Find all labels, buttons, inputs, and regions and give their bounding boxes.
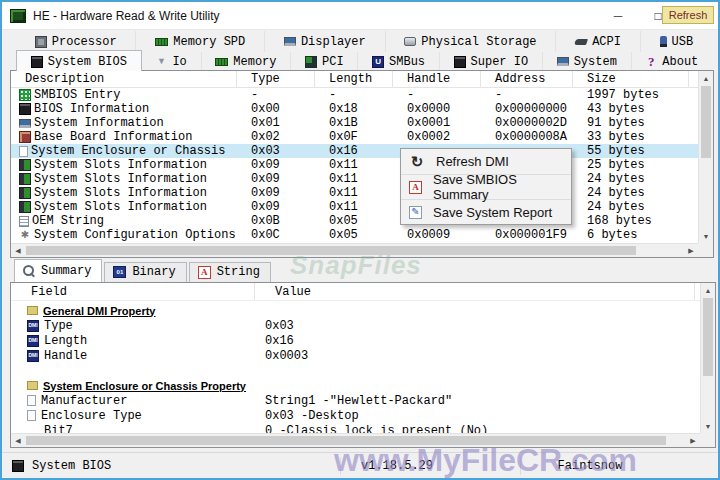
table-row[interactable]: Base Board Information0x020x0F0x00020x00… bbox=[11, 130, 698, 144]
summary-horizontal-scrollbar[interactable]: ◀ ▶ bbox=[11, 433, 700, 447]
tab-label: ACPI bbox=[592, 35, 621, 49]
summary-row[interactable]: Length0x16 bbox=[11, 333, 700, 348]
tab-usb[interactable]: USB bbox=[641, 31, 712, 52]
smbus-icon bbox=[372, 56, 384, 68]
cell-description: System Slots Information bbox=[11, 200, 237, 214]
column-header-size[interactable]: Size bbox=[573, 71, 689, 87]
summary-row[interactable]: Type0x03 bbox=[11, 318, 700, 333]
scroll-down-icon[interactable]: ▼ bbox=[699, 229, 713, 243]
summary-row[interactable]: Bit70 -Classis lock is present (No) bbox=[11, 423, 700, 433]
tab-processor[interactable]: Processor bbox=[16, 31, 136, 52]
summary-vertical-scrollbar[interactable]: ▲ ▼ bbox=[700, 283, 715, 433]
tab-memory[interactable]: Memory bbox=[202, 52, 292, 71]
cell-size: 43 bytes bbox=[573, 102, 689, 116]
tab-physical-storage[interactable]: Physical Storage bbox=[386, 31, 557, 52]
scroll-down-icon[interactable]: ▼ bbox=[701, 419, 715, 433]
tab-super-io[interactable]: Super IO bbox=[440, 52, 543, 71]
tab-io[interactable]: Io bbox=[142, 52, 202, 71]
scroll-right-icon[interactable]: ▶ bbox=[686, 434, 700, 447]
scroll-thumb[interactable] bbox=[701, 86, 711, 158]
cell-description: System Enclosure or Chassis bbox=[11, 144, 237, 158]
slot-icon bbox=[19, 173, 31, 185]
tab-acpi[interactable]: ACPI bbox=[556, 31, 640, 52]
summary-row[interactable]: General DMI Property bbox=[11, 303, 700, 318]
tab-row-top: ProcessorMemory SPDDisplayerPhysical Sto… bbox=[16, 31, 712, 52]
tab-system[interactable]: System bbox=[543, 52, 632, 71]
table-row[interactable]: System Slots Information0x090x1124 bytes bbox=[11, 186, 698, 200]
summary-value: 0 -Classis lock is present (No) bbox=[255, 424, 488, 434]
menu-item-save-smbios-summary[interactable]: Save SMBIOS Summary bbox=[401, 174, 571, 199]
menu-item-label: Refresh DMI bbox=[436, 154, 509, 169]
cell-type: 0x01 bbox=[237, 116, 315, 130]
menu-item-refresh-dmi[interactable]: Refresh DMI bbox=[401, 149, 571, 174]
tab-pci[interactable]: PCI bbox=[291, 52, 358, 71]
table-row[interactable]: BIOS Information0x000x180x00000x00000000… bbox=[11, 102, 698, 116]
summary-row[interactable]: System Enclosure or Chassis Property bbox=[11, 378, 700, 393]
table-vertical-scrollbar[interactable]: ▲ ▼ bbox=[698, 71, 713, 243]
table-row[interactable]: System Slots Information0x090x1125 bytes bbox=[11, 158, 698, 172]
tab-label: Io bbox=[172, 55, 186, 69]
table-row[interactable]: System Information0x010x1B0x00010x000000… bbox=[11, 116, 698, 130]
summary-row[interactable]: ManufacturerString1 -"Hewlett-Packard" bbox=[11, 393, 700, 408]
cell-handle: - bbox=[393, 88, 481, 102]
column-header-address[interactable]: Address bbox=[481, 71, 573, 87]
title-bar: HE - Hardware Read & Write Utility ─ □ ✕ bbox=[2, 2, 718, 30]
summary-column-header-value[interactable]: Value bbox=[255, 283, 695, 300]
menu-item-save-system-report[interactable]: Save System Report bbox=[401, 199, 571, 224]
tab-memory-spd[interactable]: Memory SPD bbox=[136, 31, 265, 52]
minimize-button[interactable]: ─ bbox=[598, 2, 638, 30]
detail-tab-string[interactable]: String bbox=[189, 262, 271, 282]
cell-type: 0x09 bbox=[237, 158, 315, 172]
cell-description: Base Board Information bbox=[11, 130, 237, 144]
column-header-length[interactable]: Length bbox=[315, 71, 393, 87]
table-row[interactable]: System Configuration Options0x0C0x050x00… bbox=[11, 228, 698, 242]
summary-column-header-field[interactable]: Field bbox=[11, 283, 255, 300]
detail-tab-summary[interactable]: Summary bbox=[14, 259, 102, 282]
table-row[interactable]: OEM String0x0B0x050x00080x0000014F168 by… bbox=[11, 214, 698, 228]
cell-description: SMBIOS Entry bbox=[11, 88, 237, 102]
base-board-icon bbox=[19, 131, 31, 143]
column-header-type[interactable]: Type bbox=[237, 71, 315, 87]
scroll-right-icon[interactable]: ▶ bbox=[684, 244, 698, 257]
summary-field-label: Manufacturer bbox=[41, 394, 127, 408]
table-row[interactable]: SMBIOS Entry----1997 bytes bbox=[11, 88, 698, 102]
row-description: System Slots Information bbox=[34, 158, 207, 172]
cell-description: BIOS Information bbox=[11, 102, 237, 116]
summary-field: General DMI Property bbox=[11, 305, 255, 317]
column-header-description[interactable]: Description bbox=[11, 71, 237, 87]
slot-icon bbox=[19, 187, 31, 199]
scroll-up-icon[interactable]: ▲ bbox=[699, 71, 713, 85]
detail-tab-binary[interactable]: Binary bbox=[104, 262, 186, 282]
app-icon bbox=[10, 9, 26, 23]
summary-field: Length bbox=[11, 334, 255, 348]
table-row[interactable]: System Slots Information0x090x1124 bytes bbox=[11, 200, 698, 214]
tab-system-bios[interactable]: System BIOS bbox=[16, 50, 142, 71]
scroll-up-icon[interactable]: ▲ bbox=[701, 283, 715, 297]
menu-item-label: Save SMBIOS Summary bbox=[433, 172, 571, 202]
cell-handle: 0x0002 bbox=[393, 130, 481, 144]
summary-row[interactable]: Enclosure Type0x03 -Desktop bbox=[11, 408, 700, 423]
column-header-handle[interactable]: Handle bbox=[393, 71, 481, 87]
table-row[interactable]: System Slots Information0x090x1124 bytes bbox=[11, 172, 698, 186]
scroll-thumb[interactable] bbox=[703, 298, 713, 376]
summary-field: Bit7 bbox=[11, 424, 255, 434]
summary-row bbox=[11, 363, 700, 378]
summary-field: Manufacturer bbox=[11, 394, 255, 408]
summary-value: 0x03 bbox=[255, 319, 294, 333]
refresh-button[interactable]: Refresh bbox=[662, 6, 714, 24]
summary-field: Handle bbox=[11, 349, 255, 363]
window-title: HE - Hardware Read & Write Utility bbox=[33, 9, 220, 23]
scroll-thumb[interactable] bbox=[26, 436, 666, 445]
tab-smbus[interactable]: SMBus bbox=[358, 52, 439, 71]
scroll-left-icon[interactable]: ◀ bbox=[11, 244, 25, 257]
section-icon bbox=[27, 381, 38, 390]
summary-row[interactable]: Handle0x0003 bbox=[11, 348, 700, 363]
cell-description: OEM String bbox=[11, 214, 237, 228]
cell-handle: 0x0000 bbox=[393, 102, 481, 116]
table-horizontal-scrollbar[interactable]: ◀ ▶ bbox=[11, 243, 698, 257]
table-row[interactable]: System Enclosure or Chassis0x030x1655 by… bbox=[11, 144, 698, 158]
scroll-thumb[interactable] bbox=[26, 246, 636, 255]
tab-about[interactable]: About bbox=[632, 52, 712, 71]
scroll-left-icon[interactable]: ◀ bbox=[11, 434, 25, 447]
tab-displayer[interactable]: Displayer bbox=[265, 31, 385, 52]
